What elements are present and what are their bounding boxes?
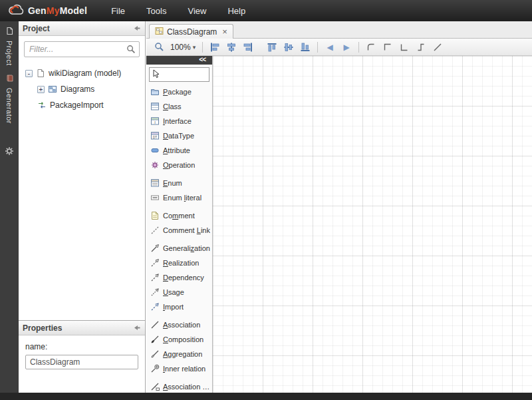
- palette-item-association[interactable]: Association: [146, 317, 212, 332]
- rail-tab-project[interactable]: Project: [5, 27, 14, 66]
- genmymodel-app: GenMyModel File Tools View Help Project …: [0, 0, 532, 400]
- pin-collapse-icon[interactable]: [132, 323, 141, 332]
- align-top-icon[interactable]: [265, 41, 279, 54]
- palette-item-label: Comment: [163, 212, 195, 220]
- tree-label: Diagrams: [61, 85, 94, 94]
- project-panel: Project - wikiDiagram (model) + Diagrams: [19, 21, 145, 320]
- palette-item-generalization[interactable]: Generalization: [146, 241, 212, 256]
- palette-item-composition[interactable]: Composition: [146, 332, 212, 347]
- rail-tab-generator[interactable]: Generator: [5, 74, 14, 124]
- gear-icon[interactable]: [5, 146, 14, 158]
- left-column: Project - wikiDiagram (model) + Diagrams: [19, 21, 146, 393]
- palette-item-attribute[interactable]: Attribute: [146, 143, 212, 158]
- editor-area: ClassDiagram × 100% ▾ ◀ ▶: [146, 21, 532, 393]
- toolbar-separator: [317, 42, 318, 53]
- connector-elbow-icon[interactable]: [380, 41, 395, 54]
- app-logo[interactable]: GenMyModel: [7, 3, 87, 19]
- menu-file[interactable]: File: [110, 3, 126, 19]
- menu-tools[interactable]: Tools: [145, 3, 168, 19]
- tree-row-wikidiagram[interactable]: - wikiDiagram (model): [19, 65, 145, 81]
- tab-close-icon[interactable]: ×: [222, 27, 227, 36]
- realization-icon: [150, 258, 160, 268]
- palette-item-inner-relation[interactable]: Inner relation: [146, 361, 212, 376]
- palette-item-package[interactable]: Package: [146, 85, 212, 99]
- align-left-icon[interactable]: [207, 41, 222, 54]
- palette-collapse-button[interactable]: <<: [146, 56, 212, 65]
- palette-item-import[interactable]: Import: [146, 300, 212, 314]
- topbar: GenMyModel File Tools View Help: [0, 0, 532, 21]
- properties-body: name:: [19, 335, 145, 369]
- align-bottom-icon[interactable]: [298, 41, 313, 54]
- palette-item-label: Operation: [163, 161, 195, 169]
- package-import-icon: [37, 100, 47, 110]
- zoom-level-select[interactable]: 100% ▾: [168, 43, 198, 52]
- pin-collapse-icon[interactable]: [132, 24, 141, 33]
- name-field[interactable]: [25, 355, 138, 369]
- magnifier-icon: [126, 45, 136, 56]
- palette-item-label: Enum: [163, 179, 182, 187]
- filter-input[interactable]: [24, 41, 140, 57]
- palette-item-datatype[interactable]: DTDataType: [146, 128, 212, 143]
- palette-item-label: Composition: [163, 335, 203, 343]
- zoom-icon[interactable]: [152, 41, 166, 54]
- pointer-tool-button[interactable]: [149, 67, 209, 82]
- connector-elbow-alt-icon[interactable]: [397, 41, 412, 54]
- palette-item-realization[interactable]: Realization: [146, 256, 212, 270]
- pointer-cursor-icon: [152, 69, 160, 81]
- palette-item-class[interactable]: Class: [146, 99, 212, 114]
- align-right-icon[interactable]: [241, 41, 255, 54]
- cloud-logo-icon: [7, 3, 25, 19]
- palette-item-usage[interactable]: Usage: [146, 285, 212, 300]
- diagram-canvas[interactable]: [213, 56, 532, 393]
- palette-item-enum-literal[interactable]: Enum literal: [146, 190, 212, 205]
- association-class-icon: [150, 382, 160, 391]
- palette-item-label: Association: [163, 321, 200, 329]
- palette-item-comment-link[interactable]: Comment Link: [146, 223, 212, 238]
- align-middle-icon[interactable]: [281, 41, 296, 54]
- enum-icon: [150, 178, 160, 188]
- align-center-icon[interactable]: [224, 41, 239, 54]
- arrow-left-icon[interactable]: ◀: [323, 41, 337, 54]
- palette-item-aggregation[interactable]: Aggregation: [146, 347, 212, 361]
- tab-classdiagram[interactable]: ClassDiagram ×: [149, 24, 233, 39]
- palette-item-label: Comment Link: [163, 226, 210, 234]
- palette-item-interface[interactable]: IInterface: [146, 114, 212, 128]
- palette-item-label: Generalization: [163, 244, 210, 252]
- menu-help[interactable]: Help: [226, 3, 247, 19]
- dropdown-arrow-icon: ▾: [193, 44, 196, 51]
- datatype-icon: DT: [150, 131, 160, 140]
- palette-item-comment[interactable]: Comment: [146, 208, 212, 223]
- generator-book-icon: [5, 74, 14, 85]
- palette-item-dependency[interactable]: Dependency: [146, 270, 212, 285]
- toolbar-separator: [358, 42, 359, 53]
- palette-items: PackageClassIInterfaceDTDataTypeAttribut…: [146, 85, 212, 393]
- generalization-icon: [150, 244, 160, 253]
- palette-item-association-cl[interactable]: Association Cl...: [146, 379, 212, 393]
- palette-item-label: Usage: [163, 288, 184, 296]
- palette-item-operation[interactable]: Operation: [146, 158, 212, 172]
- comment-link-icon: [150, 226, 160, 235]
- properties-panel-title: Properties: [23, 323, 62, 333]
- palette-item-label: Attribute: [163, 146, 190, 154]
- line-icon[interactable]: [430, 41, 445, 54]
- arrow-right-icon[interactable]: ▶: [339, 41, 354, 54]
- palette-item-label: Aggregation: [163, 350, 202, 358]
- tab-label: ClassDiagram: [167, 27, 217, 37]
- menu-view[interactable]: View: [186, 3, 207, 19]
- properties-panel: Properties name:: [19, 320, 145, 393]
- collapse-expander-icon[interactable]: -: [25, 70, 33, 77]
- project-panel-title: Project: [23, 24, 50, 33]
- rail-tab-project-label: Project: [5, 41, 13, 66]
- palette-item-enum[interactable]: Enum: [146, 176, 212, 190]
- connector-curved-icon[interactable]: [364, 41, 378, 54]
- diagrams-folder-icon: [48, 85, 57, 94]
- expand-expander-icon[interactable]: +: [37, 86, 45, 93]
- connector-step-icon[interactable]: [414, 41, 428, 54]
- logo-text: GenMyModel: [28, 5, 87, 16]
- aggregation-icon: [150, 349, 160, 359]
- association-icon: [150, 320, 160, 329]
- menu-bar: File Tools View Help: [110, 3, 247, 19]
- palette-item-label: Import: [163, 303, 184, 311]
- tree-row-diagrams[interactable]: + Diagrams: [19, 81, 145, 97]
- tree-row-packageimport[interactable]: PackageImport: [19, 97, 145, 113]
